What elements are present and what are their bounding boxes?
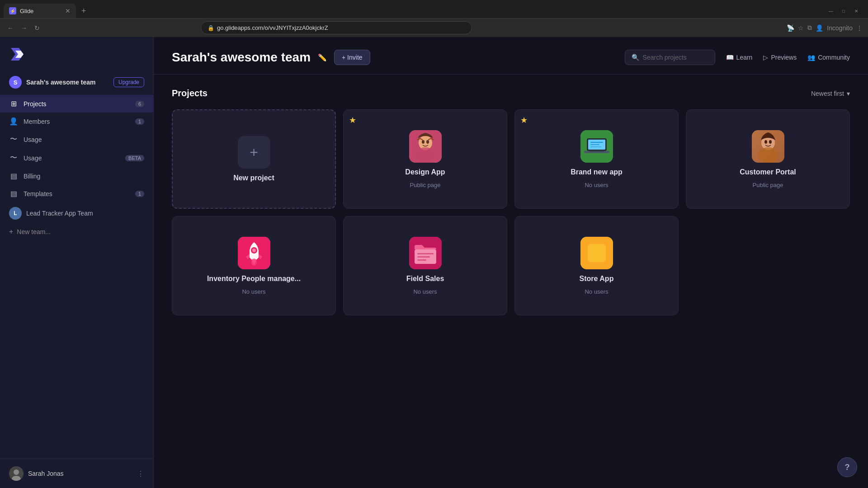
chevron-down-icon: ▾: [847, 90, 850, 97]
sidebar-item-billing[interactable]: ▤ Billing: [0, 167, 153, 185]
members-label: Members: [24, 118, 130, 125]
address-actions: 📡 ☆ ⧉ 👤 Incognito ⋮: [787, 24, 863, 32]
main-content: Sarah's awesome team ✏️ + Invite 🔍 Searc…: [154, 37, 868, 488]
billing-label: Billing: [24, 173, 144, 180]
plus-icon: +: [9, 228, 13, 236]
sidebar-user-section: Sarah Jonas ⋮: [0, 459, 153, 488]
brand-new-app-icon: [580, 130, 613, 163]
project-card-customer-portal[interactable]: Customer Portal Public page: [686, 109, 850, 209]
sidebar-logo: [0, 37, 153, 71]
svg-rect-18: [590, 146, 601, 147]
svg-rect-16: [590, 142, 603, 143]
templates-icon: ▤: [9, 189, 18, 198]
team-name-label: Sarah's awesome team: [26, 79, 96, 86]
tab-label: Glide: [20, 8, 33, 14]
sidebar-item-usage[interactable]: 〜 Usage: [0, 130, 153, 149]
sidebar-item-lead-tracker[interactable]: L Lead Tracker App Team: [0, 202, 153, 224]
sidebar-item-projects[interactable]: ⊞ Projects 6: [0, 95, 153, 113]
minimize-button[interactable]: —: [826, 6, 835, 15]
sidebar-team-section[interactable]: S Sarah's awesome team Upgrade: [0, 71, 153, 93]
user-avatar: [9, 466, 24, 481]
store-app-icon: [580, 237, 613, 269]
field-sales-icon: [409, 237, 442, 269]
incognito-label: Incognito: [827, 24, 853, 32]
search-icon: 🔍: [632, 54, 639, 61]
star-icon-design: ★: [349, 115, 356, 125]
design-face-svg: [409, 130, 442, 163]
tab-bar: ⚡ Glide ✕ + — □ ✕: [0, 0, 868, 18]
svg-rect-15: [590, 151, 604, 152]
forward-button[interactable]: →: [19, 23, 29, 33]
tab-favicon: ⚡: [9, 7, 16, 14]
window-controls: — □ ✕: [826, 6, 864, 15]
sidebar-item-usage-beta[interactable]: 〜 Usage BETA: [0, 149, 153, 167]
projects-badge: 6: [135, 101, 144, 107]
project-card-field-sales[interactable]: Field Sales No users: [343, 216, 507, 315]
community-nav-item[interactable]: 👥 Community: [807, 54, 850, 61]
new-tab-button[interactable]: +: [78, 5, 90, 18]
browser-tab[interactable]: ⚡ Glide ✕: [4, 4, 76, 18]
new-team-button[interactable]: + New team...: [0, 224, 153, 239]
learn-label: Learn: [736, 54, 753, 61]
search-placeholder: Search projects: [643, 54, 687, 61]
learn-nav-item[interactable]: 📖 Learn: [726, 54, 753, 61]
invite-button[interactable]: + Invite: [334, 50, 370, 65]
inventory-name: Inventory People manage...: [207, 275, 301, 283]
brand-new-app-name: Brand new app: [571, 168, 623, 176]
star-bookmark-icon[interactable]: ☆: [798, 24, 804, 32]
inventory-subtitle: No users: [242, 288, 265, 295]
search-projects-input[interactable]: 🔍 Search projects: [625, 50, 715, 65]
customer-portal-name: Customer Portal: [740, 168, 796, 176]
help-button[interactable]: ?: [837, 457, 857, 477]
previews-label: Previews: [771, 54, 797, 61]
project-card-store-app[interactable]: Store App No users: [514, 216, 679, 315]
upgrade-button[interactable]: Upgrade: [113, 77, 144, 87]
sidebar-item-members[interactable]: 👤 Members 1: [0, 113, 153, 130]
new-project-card[interactable]: + New project: [172, 109, 336, 209]
menu-icon[interactable]: ⋮: [856, 24, 863, 32]
header-actions: 🔍 Search projects 📖 Learn ▷ Previews 👥 C…: [625, 50, 850, 65]
customer-portal-icon: [752, 130, 784, 163]
new-project-label: New project: [233, 174, 274, 182]
projects-section-title: Projects: [172, 88, 208, 99]
svg-rect-31: [417, 256, 430, 258]
svg-point-22: [764, 140, 767, 144]
close-window-button[interactable]: ✕: [852, 6, 861, 15]
back-button[interactable]: ←: [5, 23, 15, 33]
section-header: Projects Newest first ▾: [172, 88, 850, 99]
sidebar-item-templates[interactable]: ▤ Templates 1: [0, 185, 153, 202]
cast-icon[interactable]: 📡: [787, 24, 794, 32]
store-app-subtitle: No users: [585, 288, 608, 295]
url-field[interactable]: 🔒 go.glideapps.com/o/vvJNYITxjzzA0okjckr…: [201, 21, 472, 34]
team-avatar: S: [9, 76, 22, 89]
project-card-design-app[interactable]: ★ Desig: [343, 109, 507, 209]
billing-icon: ▤: [9, 172, 18, 180]
user-more-button[interactable]: ⋮: [137, 469, 144, 478]
learn-icon: 📖: [726, 54, 734, 61]
project-card-brand-new-app[interactable]: ★: [514, 109, 679, 209]
help-icon: ?: [845, 463, 850, 472]
lead-tracker-avatar: L: [9, 207, 22, 220]
members-icon: 👤: [9, 117, 18, 126]
projects-icon: ⊞: [9, 99, 18, 108]
svg-rect-17: [590, 144, 599, 145]
svg-point-26: [252, 249, 256, 252]
maximize-button[interactable]: □: [839, 6, 848, 15]
previews-icon: ▷: [763, 54, 768, 61]
user-avatar-svg: [9, 466, 24, 481]
address-bar: ← → ↻ 🔒 go.glideapps.com/o/vvJNYITxjzzA0…: [0, 18, 868, 37]
design-app-subtitle: Public page: [410, 182, 441, 188]
edit-title-icon[interactable]: ✏️: [318, 53, 327, 62]
design-app-icon: [409, 130, 442, 163]
reload-button[interactable]: ↻: [33, 23, 42, 33]
sort-dropdown[interactable]: Newest first ▾: [811, 90, 850, 97]
star-icon-brand: ★: [520, 115, 528, 125]
project-card-inventory[interactable]: Inventory People manage... No users: [172, 216, 336, 315]
previews-nav-item[interactable]: ▷ Previews: [763, 54, 797, 61]
customer-portal-subtitle: Public page: [753, 182, 783, 188]
store-svg: [580, 237, 613, 269]
usage-label: Usage: [24, 136, 144, 143]
tab-close-button[interactable]: ✕: [65, 7, 71, 14]
profile-icon[interactable]: 👤: [816, 24, 823, 32]
split-view-icon[interactable]: ⧉: [807, 24, 812, 32]
